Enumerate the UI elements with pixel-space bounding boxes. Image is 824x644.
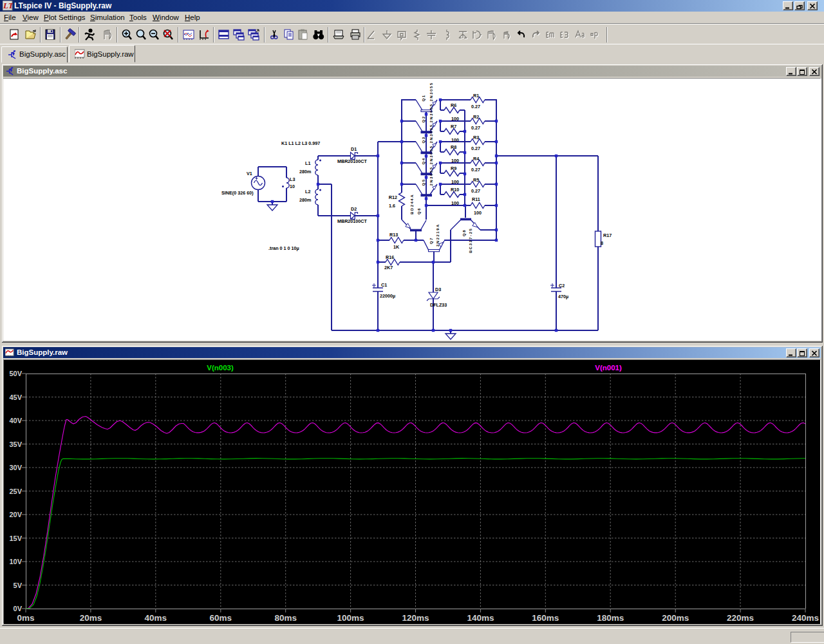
svg-text:0ms: 0ms: [17, 613, 34, 623]
svg-text:120ms: 120ms: [402, 613, 429, 623]
svg-text:50V: 50V: [9, 370, 22, 377]
svg-text:30V: 30V: [9, 464, 22, 471]
svg-text:80ms: 80ms: [274, 613, 297, 623]
svg-text:180ms: 180ms: [597, 613, 624, 623]
svg-text:200ms: 200ms: [662, 613, 689, 623]
svg-text:15V: 15V: [9, 535, 22, 542]
svg-text:20V: 20V: [9, 511, 22, 518]
svg-text:35V: 35V: [9, 440, 22, 448]
svg-text:40ms: 40ms: [145, 613, 167, 623]
svg-text:5V: 5V: [14, 582, 23, 589]
svg-text:100ms: 100ms: [337, 613, 364, 623]
svg-text:0V: 0V: [14, 605, 23, 612]
svg-text:25V: 25V: [9, 488, 22, 495]
svg-text:40V: 40V: [9, 417, 22, 424]
svg-text:240ms: 240ms: [792, 613, 819, 623]
svg-text:10V: 10V: [9, 558, 22, 565]
svg-text:160ms: 160ms: [532, 613, 559, 623]
svg-text:220ms: 220ms: [727, 613, 754, 623]
svg-text:V(n001): V(n001): [595, 364, 622, 372]
svg-text:45V: 45V: [9, 393, 22, 401]
svg-text:V(n003): V(n003): [207, 364, 234, 372]
svg-text:140ms: 140ms: [467, 613, 494, 623]
svg-text:20ms: 20ms: [80, 613, 102, 623]
svg-text:60ms: 60ms: [210, 613, 232, 623]
